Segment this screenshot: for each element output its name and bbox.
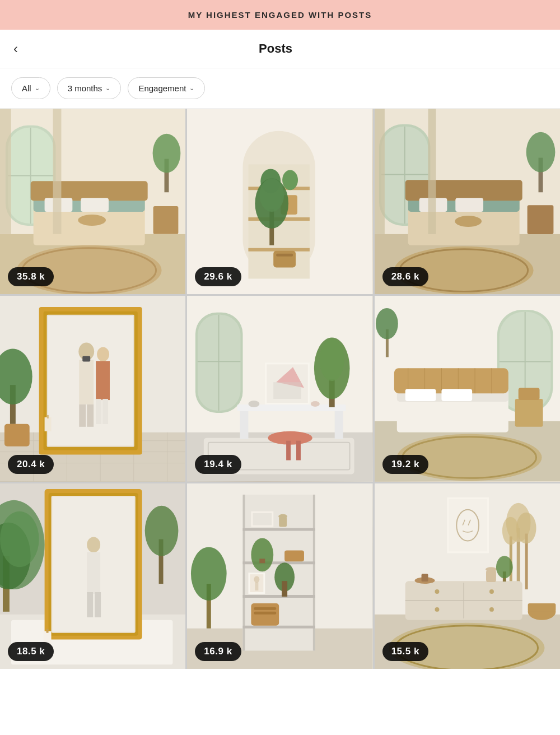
svg-rect-67 — [79, 360, 94, 405]
svg-point-185 — [516, 512, 536, 543]
svg-point-191 — [435, 589, 439, 594]
svg-rect-71 — [96, 361, 110, 401]
svg-point-192 — [435, 607, 439, 612]
svg-rect-151 — [243, 528, 315, 531]
svg-rect-45 — [455, 198, 483, 212]
svg-point-172 — [191, 547, 227, 601]
svg-rect-160 — [260, 559, 265, 563]
post-item[interactable]: 16.9 k — [187, 483, 372, 669]
post-item[interactable]: 15.5 k — [375, 483, 560, 669]
filter-sort[interactable]: Engagement ⌄ — [128, 77, 205, 99]
svg-rect-137 — [95, 592, 101, 617]
svg-rect-79 — [48, 415, 49, 418]
filter-period-label: 3 months — [68, 83, 102, 93]
svg-rect-178 — [449, 499, 487, 552]
svg-rect-74 — [82, 356, 90, 362]
svg-rect-161 — [284, 550, 304, 561]
svg-rect-165 — [255, 582, 259, 590]
svg-rect-122 — [441, 389, 472, 402]
filter-period[interactable]: 3 months ⌄ — [57, 77, 122, 99]
svg-rect-98 — [274, 383, 302, 399]
svg-rect-125 — [515, 399, 543, 427]
svg-rect-43 — [405, 180, 522, 201]
svg-point-103 — [311, 401, 320, 407]
svg-rect-156 — [253, 513, 272, 525]
back-button[interactable]: ‹ — [13, 40, 22, 58]
header: ‹ Posts — [0, 30, 560, 68]
svg-point-15 — [153, 134, 181, 173]
svg-rect-13 — [153, 206, 179, 234]
svg-point-101 — [320, 339, 344, 382]
svg-point-164 — [254, 576, 260, 583]
engagement-count: 29.6 k — [195, 267, 241, 286]
svg-rect-154 — [243, 625, 315, 628]
svg-point-187 — [502, 517, 519, 545]
engagement-count: 18.5 k — [8, 642, 54, 661]
svg-point-198 — [486, 567, 497, 571]
svg-rect-17 — [0, 109, 11, 234]
svg-rect-68 — [79, 404, 86, 427]
engagement-count: 16.9 k — [195, 642, 241, 661]
engagement-count: 20.4 k — [8, 455, 54, 474]
svg-rect-196 — [421, 574, 428, 582]
svg-point-143 — [145, 505, 179, 556]
svg-rect-31 — [274, 251, 296, 268]
svg-rect-72 — [96, 399, 101, 424]
filter-all[interactable]: All ⌄ — [11, 77, 50, 99]
svg-rect-121 — [405, 389, 436, 402]
svg-rect-50 — [375, 109, 385, 234]
svg-rect-202 — [528, 603, 556, 612]
post-item[interactable]: 20.4 k — [0, 296, 185, 481]
engagement-count: 19.2 k — [382, 455, 428, 474]
svg-rect-153 — [243, 595, 315, 598]
svg-rect-73 — [102, 399, 108, 424]
svg-rect-136 — [87, 592, 93, 617]
post-item[interactable]: 19.4 k — [187, 296, 372, 481]
svg-point-193 — [489, 589, 494, 594]
svg-rect-32 — [277, 254, 293, 257]
svg-point-48 — [526, 132, 555, 173]
svg-point-30 — [260, 178, 284, 212]
svg-rect-77 — [4, 424, 30, 446]
svg-rect-12 — [81, 198, 109, 212]
svg-point-102 — [249, 401, 260, 407]
post-item[interactable]: 29.6 k — [187, 109, 372, 294]
chevron-down-icon: ⌄ — [35, 85, 40, 92]
svg-rect-126 — [518, 388, 539, 401]
engagement-count: 35.8 k — [8, 267, 54, 286]
svg-point-16 — [78, 215, 106, 226]
post-item[interactable]: 19.2 k — [375, 296, 560, 481]
chevron-down-icon: ⌄ — [105, 85, 110, 92]
svg-rect-197 — [486, 570, 496, 582]
post-item[interactable]: 28.6 k — [375, 109, 560, 294]
svg-point-200 — [496, 556, 513, 578]
filter-bar: All ⌄ 3 months ⌄ Engagement ⌄ — [0, 68, 560, 109]
svg-point-194 — [489, 607, 494, 612]
chevron-down-icon: ⌄ — [189, 85, 194, 92]
svg-point-70 — [97, 347, 109, 362]
svg-point-141 — [0, 511, 39, 566]
svg-rect-169 — [254, 607, 277, 610]
engagement-count: 15.5 k — [382, 642, 428, 661]
svg-rect-46 — [527, 205, 553, 234]
engagement-count: 28.6 k — [382, 267, 428, 286]
page-title: Posts — [22, 41, 529, 56]
filter-sort-label: Engagement — [138, 83, 186, 93]
svg-rect-167 — [282, 581, 287, 597]
svg-rect-93 — [286, 441, 291, 460]
svg-rect-92 — [279, 438, 301, 441]
svg-rect-135 — [87, 552, 100, 594]
svg-rect-78 — [45, 417, 52, 431]
post-item[interactable]: 35.8 k — [0, 109, 185, 294]
svg-rect-18 — [53, 109, 62, 234]
svg-rect-90 — [335, 411, 343, 439]
svg-rect-69 — [87, 404, 94, 427]
svg-rect-10 — [31, 181, 148, 201]
svg-rect-170 — [254, 612, 277, 615]
filter-all-label: All — [22, 83, 31, 93]
post-item[interactable]: 18.5 k — [0, 483, 185, 669]
svg-point-124 — [376, 308, 398, 339]
svg-rect-89 — [240, 411, 249, 439]
page-banner: MY HIGHEST ENGAGED WITH POSTS — [0, 0, 560, 30]
svg-rect-145 — [46, 629, 49, 632]
